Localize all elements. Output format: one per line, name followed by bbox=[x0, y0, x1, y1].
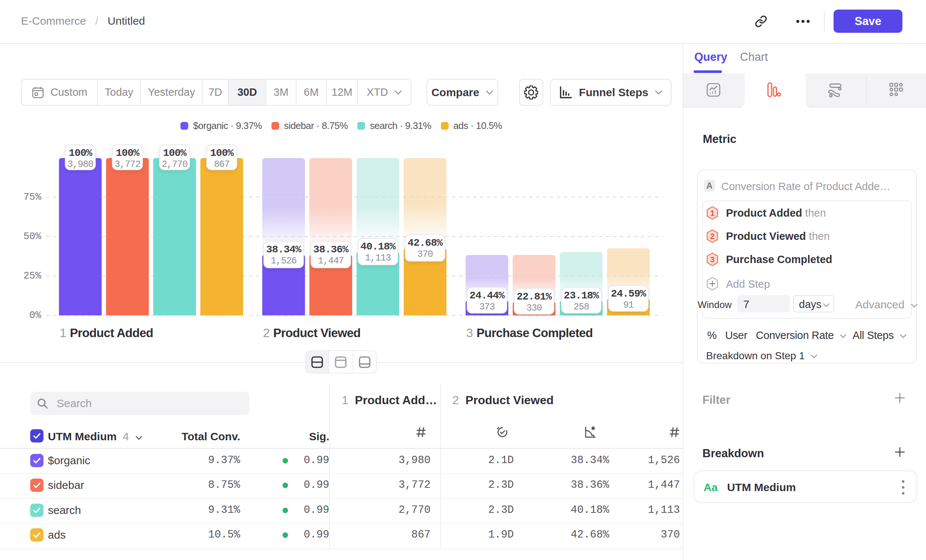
svg-text:1: 1 bbox=[710, 209, 714, 218]
svg-text:2: 2 bbox=[710, 232, 714, 241]
svg-text:3: 3 bbox=[710, 255, 714, 264]
